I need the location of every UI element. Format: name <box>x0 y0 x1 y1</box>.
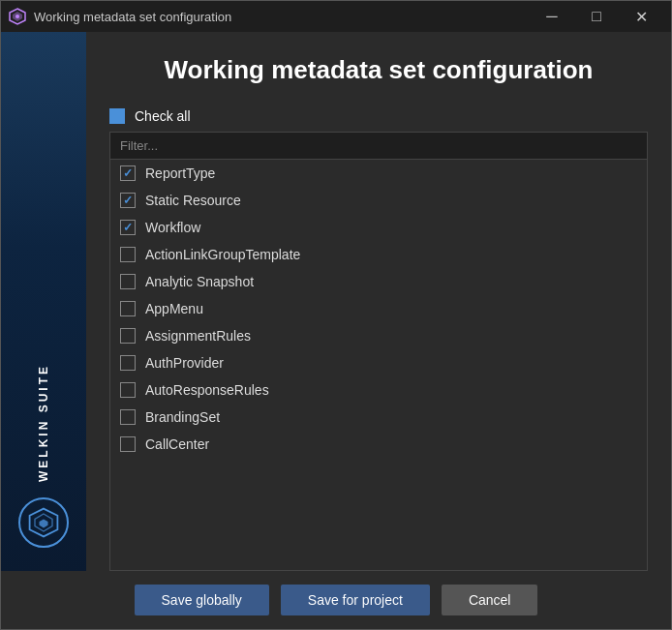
item-checkbox[interactable] <box>120 193 136 208</box>
svg-marker-5 <box>40 519 48 527</box>
title-bar-text: Working metadata set configuration <box>34 10 530 24</box>
item-checkbox[interactable] <box>120 355 136 371</box>
item-label: ActionLinkGroupTemplate <box>145 247 300 262</box>
list-item[interactable]: Workflow <box>110 214 647 241</box>
item-label: Static Resource <box>145 193 241 208</box>
cancel-button[interactable]: Cancel <box>442 585 538 615</box>
app-icon <box>9 8 26 25</box>
list-item[interactable]: BrandingSet <box>110 404 647 431</box>
item-label: Workflow <box>145 220 200 235</box>
item-label: AutoResponseRules <box>145 382 269 398</box>
minimize-button[interactable]: ─ <box>530 1 574 32</box>
item-checkbox[interactable] <box>120 220 136 235</box>
check-all-checkbox[interactable] <box>109 108 125 124</box>
maximize-button[interactable]: □ <box>574 1 619 32</box>
content-area: WELKIN SUITE Working metadata set config… <box>1 32 671 571</box>
item-checkbox[interactable] <box>120 165 136 181</box>
sidebar-hexagon-icon <box>26 505 61 540</box>
item-checkbox[interactable] <box>120 301 136 316</box>
page-title: Working metadata set configuration <box>109 55 648 85</box>
save-globally-button[interactable]: Save globally <box>135 585 269 615</box>
sidebar: WELKIN SUITE <box>1 32 86 571</box>
main-panel: Working metadata set configuration Check… <box>86 32 671 571</box>
list-item[interactable]: Static Resource <box>110 187 647 214</box>
item-checkbox[interactable] <box>120 409 136 425</box>
filter-input[interactable] <box>109 132 648 160</box>
title-bar: Working metadata set configuration ─ □ ✕ <box>1 1 671 32</box>
item-label: AssignmentRules <box>145 328 251 344</box>
check-all-row[interactable]: Check all <box>109 108 648 124</box>
save-for-project-button[interactable]: Save for project <box>281 585 430 615</box>
list-item[interactable]: ReportType <box>110 160 647 187</box>
list-item[interactable]: ActionLinkGroupTemplate <box>110 241 647 268</box>
title-bar-controls: ─ □ ✕ <box>530 1 663 32</box>
footer: Save globally Save for project Cancel <box>1 571 671 629</box>
close-button[interactable]: ✕ <box>619 1 663 32</box>
item-label: Analytic Snapshot <box>145 274 254 289</box>
item-label: ReportType <box>145 165 215 181</box>
list-item[interactable]: CallCenter <box>110 431 647 458</box>
item-checkbox[interactable] <box>120 274 136 289</box>
item-checkbox[interactable] <box>120 247 136 262</box>
item-checkbox[interactable] <box>120 436 136 452</box>
sidebar-logo-badge <box>18 497 69 548</box>
check-all-label: Check all <box>135 108 191 124</box>
item-checkbox[interactable] <box>120 382 136 398</box>
list-inner[interactable]: ReportTypeStatic ResourceWorkflowActionL… <box>110 160 647 570</box>
sidebar-logo-text: WELKIN SUITE <box>37 364 50 482</box>
list-container: ReportTypeStatic ResourceWorkflowActionL… <box>109 160 648 571</box>
list-item[interactable]: AutoResponseRules <box>110 376 647 404</box>
list-item[interactable]: AssignmentRules <box>110 322 647 349</box>
svg-point-2 <box>15 15 19 18</box>
item-label: CallCenter <box>145 436 209 452</box>
item-label: AppMenu <box>145 301 203 316</box>
list-item[interactable]: Analytic Snapshot <box>110 268 647 295</box>
item-label: AuthProvider <box>145 355 224 371</box>
list-item[interactable]: AppMenu <box>110 295 647 322</box>
list-item[interactable]: AuthProvider <box>110 349 647 376</box>
window: Working metadata set configuration ─ □ ✕… <box>0 0 672 630</box>
item-label: BrandingSet <box>145 409 220 425</box>
item-checkbox[interactable] <box>120 328 136 344</box>
